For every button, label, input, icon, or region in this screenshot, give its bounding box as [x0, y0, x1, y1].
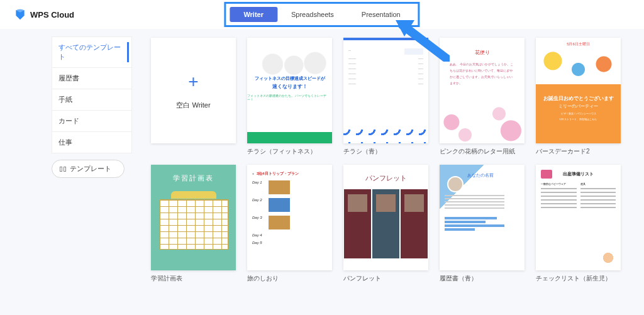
template-thumb-pamphlet[interactable]: パンフレット: [343, 165, 428, 270]
template-grid-icon: [60, 167, 66, 172]
thumb-text: 3泊4日トリップ・プラン: [257, 171, 299, 177]
template-card-pamphlet: パンフレット パンフレット: [343, 165, 428, 283]
template-caption: パンフレット: [343, 270, 428, 283]
baby-icon: [599, 249, 617, 267]
thumb-text: あなたの名前: [467, 172, 519, 179]
sidebar-item-card[interactable]: カード: [52, 111, 131, 132]
brand: WPS Cloud: [0, 8, 74, 21]
thumb-text: パンフレット: [365, 174, 407, 183]
template-caption: 学習計画表: [151, 270, 236, 283]
template-thumb-birthday[interactable]: 5月6日土曜日 お誕生日おめでとうございます ミリーのパーティー ピザ！音楽！バ…: [536, 38, 621, 143]
template-button-label: テンプレート: [70, 164, 111, 174]
plus-icon: +: [188, 72, 198, 92]
thumb-text: 学習計画表: [173, 174, 214, 183]
template-caption: バースデーカード2: [536, 143, 621, 156]
template-thumb-travel[interactable]: ✈3泊4日トリップ・プラン Day 1 Day 2 Day 3 Day 4 Da…: [247, 165, 332, 270]
thumb-text: フィットネスの目標達成スピードが: [255, 75, 325, 82]
avatar-icon: [447, 176, 464, 192]
brand-text: WPS Cloud: [30, 10, 74, 19]
template-caption: 旅のしおり: [247, 270, 332, 283]
thumb-table: [159, 199, 228, 250]
template-card-fitness: フィットネスの目標達成スピードが 速くなります！ フィットネスの新感覚のかたち。…: [247, 38, 332, 156]
template-thumb-resume-blue[interactable]: あなたの名前: [440, 165, 525, 270]
thumb-text: お誕生日おめでとうございます: [543, 95, 614, 102]
template-card-blank: + 空白 Writer: [151, 38, 236, 156]
thumb-text: 123 ストリート、所在地はこちら: [560, 118, 597, 121]
crib-icon: [541, 170, 552, 179]
template-thumb-checklist[interactable]: 出産準備リスト 一般的なベビーウェア 道具: [536, 165, 621, 270]
thumb-text: ピザ！音楽！バウンシーハウス: [561, 112, 596, 115]
template-thumb-fitness[interactable]: フィットネスの目標達成スピードが 速くなります！ フィットネスの新感覚のかたち。…: [247, 38, 332, 143]
template-card-birthday: 5月6日土曜日 お誕生日おめでとうございます ミリーのパーティー ピザ！音楽！バ…: [536, 38, 621, 156]
category-sidebar: すべてのテンプレート 履歴書 手紙 カード 仕事 テンプレート: [0, 36, 132, 283]
wps-logo-icon: [14, 8, 26, 21]
tab-writer[interactable]: Writer: [230, 7, 277, 22]
template-caption: ピンクの花柄のレター用紙: [440, 143, 525, 156]
template-thumb-blank[interactable]: + 空白 Writer: [151, 38, 236, 143]
template-card-studyplan: 学習計画表 学習計画表: [151, 165, 236, 283]
template-thumb-pinkletter[interactable]: 花便り ああ、 今日のお天気はいかがでしょうか。こちらは花がきれいに咲いていて、…: [440, 38, 525, 143]
sidebar-item-all[interactable]: すべてのテンプレート: [52, 37, 131, 68]
template-card-travel: ✈3泊4日トリップ・プラン Day 1 Day 2 Day 3 Day 4 Da…: [247, 165, 332, 283]
thumb-text: 5月6日土曜日: [567, 41, 590, 47]
template-caption: 履歴書（青）: [440, 270, 525, 283]
app-header: WPS Cloud Writer Spreadsheets Presentati…: [0, 0, 644, 29]
thumb-text: フィットネスの新感覚のかたち。 パーツでらくトレーナー！: [247, 94, 332, 101]
template-caption: チラシ（青）: [343, 143, 428, 156]
template-caption: チラシ（フィットネス）: [247, 143, 332, 156]
sidebar-item-resume[interactable]: 履歴書: [52, 68, 131, 89]
template-thumb-studyplan[interactable]: 学習計画表: [151, 165, 236, 270]
tab-spreadsheets[interactable]: Spreadsheets: [277, 7, 348, 22]
sidebar-item-work[interactable]: 仕事: [52, 132, 131, 153]
thumb-text: ああ、 今日のお天気はいかがでしょうか。こちらは花がきれいに咲いていて、毎日にぎ…: [450, 61, 514, 86]
thumb-text: ミリーのパーティー: [558, 103, 598, 109]
template-card-resume-blue: あなたの名前 履歴書（青）: [440, 165, 525, 283]
annotation-arrow-icon: [393, 18, 450, 64]
thumb-text: 速くなります！: [272, 83, 308, 90]
sidebar-item-letter[interactable]: 手紙: [52, 89, 131, 111]
template-caption: チェックリスト（新生児）: [536, 270, 621, 283]
thumb-text: 花便り: [450, 49, 514, 56]
blank-label: 空白 Writer: [176, 101, 210, 110]
template-button[interactable]: テンプレート: [52, 160, 125, 178]
template-card-pinkletter: 花便り ああ、 今日のお天気はいかがでしょうか。こちらは花がきれいに咲いていて、…: [440, 38, 525, 156]
template-card-checklist: 出産準備リスト 一般的なベビーウェア 道具 チェックリスト（新生児）: [536, 165, 621, 283]
doc-type-tabs: Writer Spreadsheets Presentation: [224, 2, 419, 27]
template-grid: + 空白 Writer フィットネスの目標達成スピードが 速くなります！ フィッ…: [132, 36, 644, 283]
